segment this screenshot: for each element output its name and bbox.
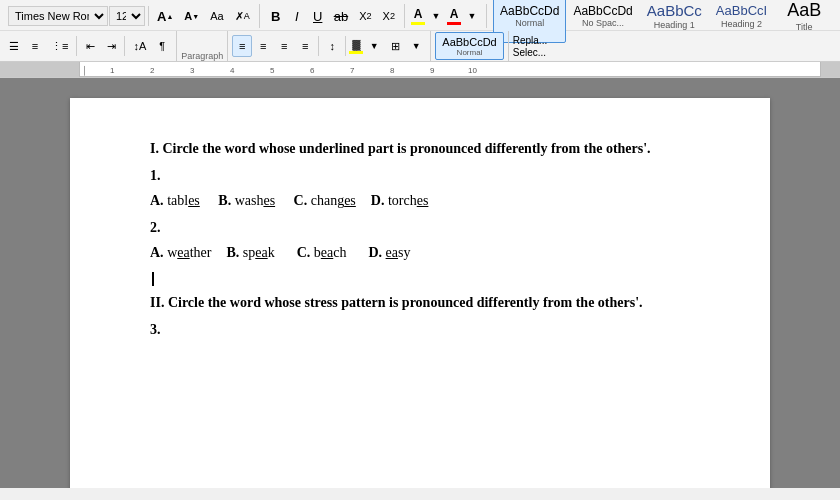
q1-a-letter: A. xyxy=(150,193,164,208)
cursor-paragraph[interactable] xyxy=(150,267,690,288)
question1-choices: A. tables B. washes C. changes D. torche… xyxy=(150,190,690,211)
shrink-font-button[interactable]: A▼ xyxy=(179,5,204,27)
ruler-baseline xyxy=(80,76,820,77)
ruler-mark-6: 6 xyxy=(310,66,314,75)
ruler-mark-7: 7 xyxy=(350,66,354,75)
q2-c-underline: ea xyxy=(321,245,333,260)
separator1 xyxy=(148,6,149,26)
style-heading2[interactable]: AaBbCcI Heading 2 xyxy=(709,0,774,43)
ruler-mark-9: 9 xyxy=(430,66,434,75)
clear-format-button[interactable]: ✗A xyxy=(230,5,255,27)
q2-choice-b: B. speak xyxy=(223,245,278,260)
font-color-button[interactable]: A xyxy=(447,7,461,25)
style-title-label: Title xyxy=(796,22,813,32)
replace-r2-button[interactable]: Repla... xyxy=(513,35,547,46)
q1-c-letter: C. xyxy=(294,193,308,208)
highlight-dropdown[interactable]: ▼ xyxy=(426,5,446,27)
shading-button[interactable]: ▓ xyxy=(349,39,363,54)
style-normal-label: Normal xyxy=(515,18,544,28)
q2-choice-a: A. weather xyxy=(150,245,215,260)
bold-button[interactable]: B xyxy=(266,5,286,27)
font-color-dropdown[interactable]: ▼ xyxy=(462,5,482,27)
font-family-select[interactable]: Times New Roman xyxy=(8,6,108,26)
q2-a-letter: A. xyxy=(150,245,164,260)
style-title[interactable]: AaB Title xyxy=(774,0,834,43)
align-left-button[interactable]: ≡ xyxy=(232,35,252,57)
justify-button[interactable]: ≡ xyxy=(295,35,315,57)
style-h1-label: Heading 1 xyxy=(654,20,695,30)
page[interactable]: I. Circle the word whose underlined part… xyxy=(70,98,770,488)
align-right-button[interactable]: ≡ xyxy=(274,35,294,57)
q2-choice-d: D. easy xyxy=(358,245,411,260)
change-case-button[interactable]: Aa xyxy=(205,5,228,27)
align-center-button[interactable]: ≡ xyxy=(253,35,273,57)
bullets-button[interactable]: ☰ xyxy=(4,35,24,57)
q1-d-letter: D. xyxy=(371,193,385,208)
borders-dropdown[interactable]: ▼ xyxy=(406,35,426,57)
ruler: │ 1 2 3 4 5 6 7 8 9 10 xyxy=(0,62,840,78)
multilevel-button[interactable]: ⋮≡ xyxy=(46,35,73,57)
ruler-mark-8: 8 xyxy=(390,66,394,75)
increase-indent-button[interactable]: ⇥ xyxy=(101,35,121,57)
style-subtitle[interactable]: AaBbCcDd Subtitle xyxy=(834,0,840,43)
q1-b-letter: B. xyxy=(218,193,231,208)
highlight-color-bar xyxy=(411,22,425,25)
section2-heading: II. Circle the word whose stress pattern… xyxy=(150,292,690,313)
q1-c-underline: es xyxy=(344,193,356,208)
q2-d-underline: ea xyxy=(386,245,398,260)
grow-font-button[interactable]: A▲ xyxy=(152,5,178,27)
q1-a-underline: es xyxy=(188,193,200,208)
q1-choice-b: B. washes xyxy=(211,193,278,208)
shading-color-bar xyxy=(349,51,363,54)
subscript-button[interactable]: X2 xyxy=(354,5,376,27)
color-group: A ▼ A ▼ xyxy=(407,4,487,28)
q2-d-letter: D. xyxy=(368,245,382,260)
style-no-space[interactable]: AaBbCcDd No Spac... xyxy=(566,0,639,43)
style-normal-r2[interactable]: AaBbCcDd Normal xyxy=(435,32,503,60)
editing-group-r2: Repla... Selec... xyxy=(509,35,551,58)
q2-b-letter: B. xyxy=(226,245,239,260)
q1-b-underline: es xyxy=(263,193,275,208)
q2-c-letter: C. xyxy=(297,245,311,260)
select-r2-button[interactable]: Selec... xyxy=(513,47,547,58)
numbering-button[interactable]: ≡ xyxy=(25,35,45,57)
font-group: Times New Roman 12 A▲ A▼ Aa ✗A xyxy=(4,4,260,28)
question3-num: 3. xyxy=(150,319,690,340)
ribbon-toolbar: Times New Roman 12 A▲ A▼ Aa ✗A B I U ab … xyxy=(0,0,840,62)
sep3 xyxy=(124,36,125,56)
sep4 xyxy=(318,36,319,56)
sort-button[interactable]: ↕A xyxy=(128,35,151,57)
q2-b-underline: ea xyxy=(255,245,267,260)
q2-choice-c: C. beach xyxy=(286,245,350,260)
ruler-mark-5: 5 xyxy=(270,66,274,75)
text-highlight-button[interactable]: A xyxy=(411,7,425,25)
shading-icon: ▓ xyxy=(352,39,360,51)
q2-a-underline: ea xyxy=(177,245,189,260)
shading-dropdown[interactable]: ▼ xyxy=(364,35,384,57)
strikethrough-button[interactable]: ab xyxy=(329,5,353,27)
style-normal-r2-preview: AaBbCcDd xyxy=(442,36,496,48)
style-nospace-label: No Spac... xyxy=(582,18,624,28)
style-h2-preview: AaBbCcI xyxy=(716,3,767,19)
line-spacing-button[interactable]: ↕ xyxy=(322,35,342,57)
style-heading1[interactable]: AaBbCc Heading 1 xyxy=(640,0,709,43)
ruler-mark-2: 2 xyxy=(150,66,154,75)
q1-choice-a: A. tables xyxy=(150,193,203,208)
style-nospace-preview: AaBbCcDd xyxy=(573,4,632,18)
section1-heading: I. Circle the word whose underlined part… xyxy=(150,138,690,159)
document-area: I. Circle the word whose underlined part… xyxy=(0,78,840,488)
superscript-button[interactable]: X2 xyxy=(378,5,400,27)
borders-button[interactable]: ⊞ xyxy=(385,35,405,57)
style-normal-preview: AaBbCcDd xyxy=(500,4,559,18)
ribbon: Times New Roman 12 A▲ A▼ Aa ✗A B I U ab … xyxy=(0,0,840,78)
decrease-indent-button[interactable]: ⇤ xyxy=(80,35,100,57)
show-formatting-button[interactable]: ¶ xyxy=(152,35,172,57)
ruler-mark-0: │ xyxy=(82,66,87,75)
style-normal-r2-label: Normal xyxy=(457,48,483,57)
q1-d-underline: es xyxy=(417,193,429,208)
italic-button[interactable]: I xyxy=(287,5,307,27)
style-h1-preview: AaBbCc xyxy=(647,2,702,20)
underline-button[interactable]: U xyxy=(308,5,328,27)
q1-choice-d: D. torches xyxy=(367,193,428,208)
font-size-select[interactable]: 12 xyxy=(109,6,145,26)
